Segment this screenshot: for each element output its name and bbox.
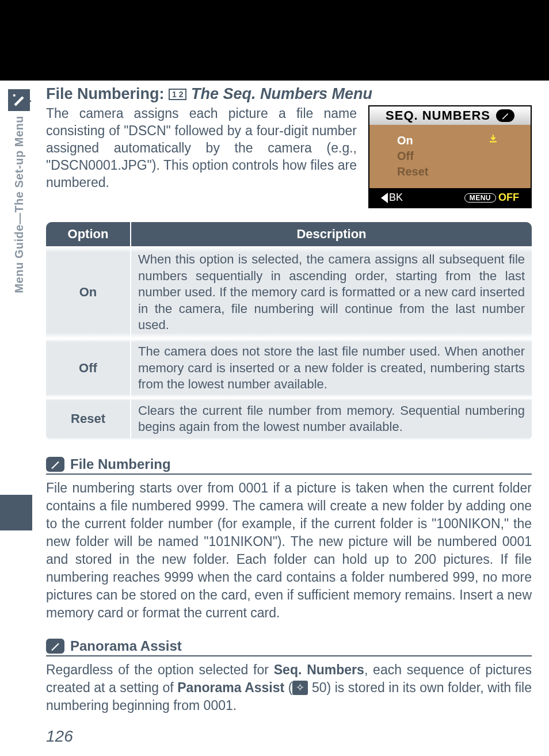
table-header-description: Description: [131, 222, 532, 246]
table-row: Off The camera does not store the last f…: [46, 338, 532, 398]
menu-pill: MENU: [464, 193, 496, 203]
lcd-body: On Off Reset: [369, 125, 531, 188]
page-top-black-banner: [0, 0, 549, 81]
lcd-menu-off: MENU OFF: [464, 192, 519, 204]
table-cell-desc: Clears the current file number from memo…: [131, 398, 532, 440]
table-cell-desc: The camera does not store the last file …: [131, 339, 532, 398]
table-row: Reset Clears the current file number fro…: [46, 398, 532, 440]
note-pencil-icon: [46, 639, 64, 654]
note-header-panorama: Panorama Assist: [46, 638, 532, 656]
note-pencil-icon: [46, 457, 64, 472]
svg-rect-0: [14, 95, 15, 96]
lcd-off-label: OFF: [498, 192, 519, 204]
table-header-option: Option: [46, 222, 131, 246]
side-tab: . Menu Guide—The Set-up Menu: [8, 89, 37, 354]
lcd-footer: BK MENU OFF: [369, 188, 531, 207]
intro-paragraph: The camera assigns each picture a file n…: [46, 105, 357, 191]
page-number: 126: [46, 727, 549, 746]
seq-numbers-inline-icon: 1 2: [169, 89, 186, 100]
side-tab-label: Menu Guide—The Set-up Menu: [13, 116, 26, 293]
note-body-panorama: Regardless of the option selected for Se…: [46, 661, 532, 715]
table-cell-desc: When this option is selected, the camera…: [131, 247, 532, 338]
table-row: On When this option is selected, the cam…: [46, 246, 532, 338]
heading-italic: The Seq. Numbers Menu: [191, 85, 372, 102]
triangle-left-icon: [381, 193, 388, 203]
note-header-file-numbering: File Numbering: [46, 456, 532, 475]
lcd-back: BK: [381, 192, 403, 204]
section-heading: File Numbering: 1 2 The Seq. Numbers Men…: [46, 85, 532, 103]
table-header-row: Option Description: [46, 222, 532, 246]
lcd-screen: SEQ. NUMBERS On Off Reset BK: [368, 105, 532, 208]
table-cell-option: On: [46, 247, 131, 338]
lcd-title-bar: SEQ. NUMBERS: [369, 106, 531, 125]
setup-pencil-icon: [496, 109, 514, 122]
note-title: File Numbering: [70, 456, 171, 472]
download-icon: [488, 133, 498, 147]
cross-ref-icon: ✧: [292, 681, 308, 694]
heading-prefix: File Numbering:: [46, 85, 169, 102]
left-thumb-index-marker: [0, 495, 32, 530]
table-cell-option: Off: [46, 339, 131, 398]
table-cell-option: Reset: [46, 398, 131, 440]
lcd-item-off: Off: [397, 148, 503, 164]
options-table: Option Description On When this option i…: [46, 222, 532, 440]
side-tab-setup-icon: .: [8, 89, 30, 111]
lcd-item-on: On: [397, 133, 503, 148]
lcd-item-reset: Reset: [397, 164, 503, 180]
note-title: Panorama Assist: [70, 638, 182, 654]
note-body-file-numbering: File numbering starts over from 0001 if …: [46, 479, 532, 622]
lcd-title: SEQ. NUMBERS: [386, 108, 490, 123]
